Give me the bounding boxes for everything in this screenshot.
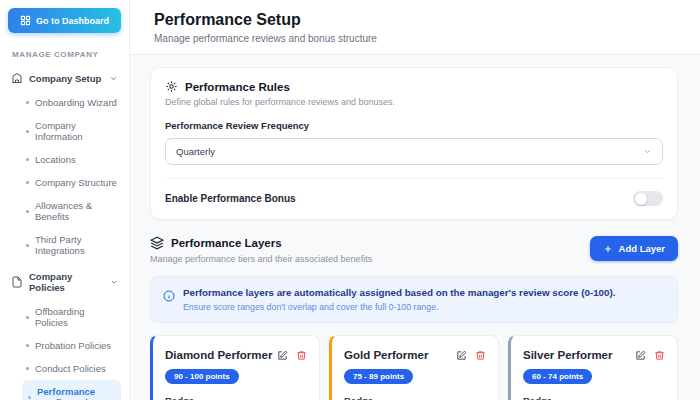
delete-tier-button[interactable] bbox=[475, 350, 486, 361]
company-policies-sublist: Offboarding Policies Probation Policies … bbox=[8, 300, 121, 400]
info-banner-text: Performance layers are automatically ass… bbox=[183, 287, 616, 312]
bullet-icon bbox=[26, 158, 29, 161]
company-setup-sublist: Onboarding Wizard Company Information Lo… bbox=[8, 91, 121, 264]
edit-tier-button[interactable] bbox=[635, 350, 646, 361]
sidebar-item-locations[interactable]: Locations bbox=[22, 148, 121, 171]
bullet-icon bbox=[26, 210, 29, 213]
sidebar-item-performance-configuration[interactable]: Performance Configuration bbox=[22, 380, 121, 400]
bullet-icon bbox=[26, 181, 29, 184]
sub-item-label: Locations bbox=[35, 154, 76, 165]
chevron-down-icon bbox=[110, 278, 118, 287]
sidebar-item-company-structure[interactable]: Company Structure bbox=[22, 171, 121, 194]
go-to-dashboard-label: Go to Dashboard bbox=[36, 16, 109, 26]
sub-item-label: Allowances & Benefits bbox=[35, 200, 117, 222]
rules-card-subtitle: Define global rules for performance revi… bbox=[165, 97, 663, 107]
frequency-select[interactable]: Quarterly bbox=[165, 138, 663, 165]
performance-bonus-toggle[interactable] bbox=[633, 191, 663, 206]
frequency-value: Quarterly bbox=[176, 146, 215, 157]
layers-header-left: Performance Layers Manage performance ti… bbox=[150, 236, 372, 264]
tier-name: Silver Performer bbox=[523, 349, 635, 361]
sidebar-item-company-information[interactable]: Company Information bbox=[22, 114, 121, 148]
sidebar-item-third-party-integrations[interactable]: Third Party Integrations bbox=[22, 228, 121, 262]
bullet-icon bbox=[26, 367, 29, 370]
toggle-knob bbox=[635, 193, 647, 205]
rules-divider bbox=[165, 178, 663, 179]
edit-tier-button[interactable] bbox=[456, 350, 467, 361]
rules-card-title: Performance Rules bbox=[185, 81, 290, 93]
sub-item-label: Onboarding Wizard bbox=[35, 97, 117, 108]
frequency-label: Performance Review Frequency bbox=[165, 120, 663, 131]
rules-card-head: Performance Rules bbox=[165, 80, 663, 93]
sidebar-item-label: Company Policies bbox=[29, 271, 104, 293]
gear-icon bbox=[165, 80, 178, 93]
add-layer-label: Add Layer bbox=[619, 243, 665, 254]
plus-icon bbox=[603, 244, 613, 254]
delete-tier-button[interactable] bbox=[654, 350, 665, 361]
bullet-icon bbox=[26, 130, 29, 133]
building-icon bbox=[11, 72, 23, 84]
points-badge: 75 - 89 points bbox=[344, 369, 413, 384]
tier-card-gold: Gold Performer 75 - 89 points Badge bbox=[329, 335, 499, 400]
sub-item-label: Third Party Integrations bbox=[35, 234, 117, 256]
add-layer-button[interactable]: Add Layer bbox=[590, 236, 678, 261]
page-title: Performance Setup bbox=[154, 11, 678, 29]
layers-icon bbox=[150, 236, 164, 250]
bullet-icon bbox=[26, 101, 29, 104]
layers-title: Performance Layers bbox=[171, 237, 282, 249]
performance-rules-card: Performance Rules Define global rules fo… bbox=[150, 67, 678, 220]
bullet-icon bbox=[26, 344, 29, 347]
dashboard-grid-icon bbox=[20, 15, 31, 26]
layers-subtitle: Manage performance tiers and their assoc… bbox=[150, 254, 372, 264]
bonus-row: Enable Performance Bonus bbox=[165, 191, 663, 206]
tier-name: Gold Performer bbox=[344, 349, 456, 361]
sidebar-item-company-policies[interactable]: Company Policies bbox=[8, 264, 121, 300]
sidebar-item-company-setup[interactable]: Company Setup bbox=[8, 65, 121, 91]
sidebar-item-onboarding-wizard[interactable]: Onboarding Wizard bbox=[22, 91, 121, 114]
sub-item-label: Performance Configuration bbox=[37, 386, 115, 400]
tier-card-silver: Silver Performer 60 - 74 points Badge bbox=[508, 335, 678, 400]
bonus-label: Enable Performance Bonus bbox=[165, 193, 296, 204]
sidebar: Go to Dashboard MANAGE COMPANY Company S… bbox=[0, 0, 130, 400]
sidebar-item-offboarding-policies[interactable]: Offboarding Policies bbox=[22, 300, 121, 334]
info-banner-subtitle: Ensure score ranges don't overlap and co… bbox=[183, 302, 616, 312]
tier-grid: Diamond Performer 90 - 100 points Badge bbox=[150, 335, 678, 400]
performance-layers-header: Performance Layers Manage performance ti… bbox=[150, 236, 678, 264]
sub-item-label: Conduct Policies bbox=[35, 363, 106, 374]
page-subtitle: Manage performance reviews and bonus str… bbox=[154, 33, 678, 44]
document-icon bbox=[11, 276, 23, 288]
sub-item-label: Offboarding Policies bbox=[35, 306, 117, 328]
manage-company-section-label: MANAGE COMPANY bbox=[12, 50, 121, 59]
tier-name: Diamond Performer bbox=[165, 349, 277, 361]
edit-tier-button[interactable] bbox=[277, 350, 288, 361]
page-header: Performance Setup Manage performance rev… bbox=[130, 0, 700, 55]
badge-label: Badge bbox=[344, 395, 486, 400]
sub-item-label: Company Information bbox=[35, 120, 117, 142]
sub-item-label: Company Structure bbox=[35, 177, 117, 188]
tier-card-diamond: Diamond Performer 90 - 100 points Badge bbox=[150, 335, 320, 400]
bullet-icon bbox=[28, 396, 31, 399]
bullet-icon bbox=[26, 244, 29, 247]
info-icon bbox=[163, 288, 175, 300]
content-area: Performance Rules Define global rules fo… bbox=[130, 55, 700, 400]
points-badge: 60 - 74 points bbox=[523, 369, 592, 384]
info-banner: Performance layers are automatically ass… bbox=[150, 276, 678, 323]
bullet-icon bbox=[26, 316, 29, 319]
sidebar-item-label: Company Setup bbox=[29, 73, 101, 84]
sidebar-item-conduct-policies[interactable]: Conduct Policies bbox=[22, 357, 121, 380]
chevron-down-icon bbox=[109, 74, 118, 83]
badge-label: Badge bbox=[165, 395, 307, 400]
chevron-down-icon bbox=[643, 147, 652, 156]
main-content: Performance Setup Manage performance rev… bbox=[130, 0, 700, 400]
go-to-dashboard-button[interactable]: Go to Dashboard bbox=[8, 8, 121, 33]
sidebar-item-probation-policies[interactable]: Probation Policies bbox=[22, 334, 121, 357]
badge-label: Badge bbox=[523, 395, 665, 400]
app-window: Go to Dashboard MANAGE COMPANY Company S… bbox=[0, 0, 700, 400]
sub-item-label: Probation Policies bbox=[35, 340, 111, 351]
info-banner-title: Performance layers are automatically ass… bbox=[183, 287, 616, 298]
points-badge: 90 - 100 points bbox=[165, 369, 239, 384]
sidebar-item-allowances-benefits[interactable]: Allowances & Benefits bbox=[22, 194, 121, 228]
delete-tier-button[interactable] bbox=[296, 350, 307, 361]
